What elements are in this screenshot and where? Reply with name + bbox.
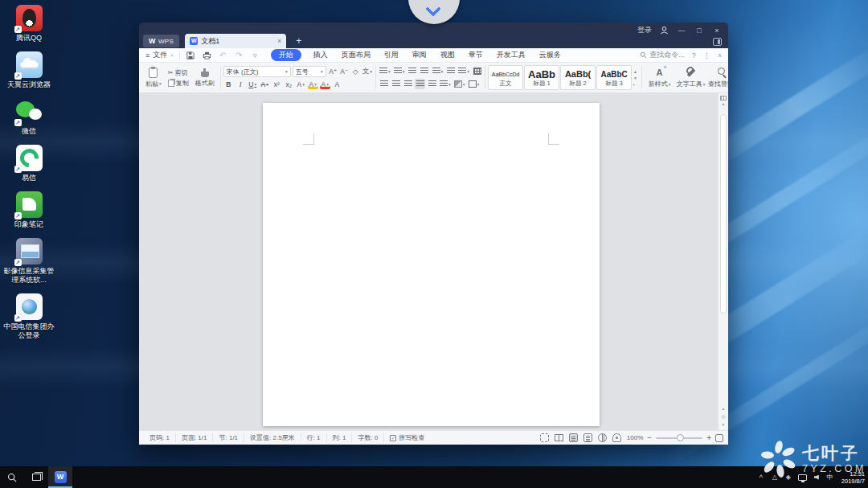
desktop-icon-tencent-qq[interactable]: ↗ 腾讯QQ <box>2 5 56 43</box>
zoom-slider-knob[interactable] <box>677 434 684 441</box>
find-command-box[interactable]: 查找命令... <box>640 50 685 60</box>
bold-button[interactable]: B <box>223 79 234 89</box>
font-family-select[interactable]: 宋体 (正文)▾ <box>223 66 291 77</box>
zoom-slider[interactable] <box>656 437 702 439</box>
desktop-icon-yixin[interactable]: ↗ 易信 <box>2 145 56 182</box>
ime-indicator[interactable]: 中 <box>826 473 834 482</box>
tray-triangle-icon[interactable]: △ <box>771 474 779 481</box>
borders-button[interactable]: ▾ <box>468 79 481 89</box>
show-hidden-icons-chevron[interactable]: ^ <box>757 474 765 482</box>
vertical-scrollbar[interactable]: ▲ ▲ ◎ ▼ <box>718 93 728 430</box>
quick-access-dropdown-icon[interactable]: ▽ <box>250 50 260 60</box>
save-button[interactable] <box>186 50 196 60</box>
insert-table-grid-button[interactable] <box>472 66 482 76</box>
wps-home-button[interactable]: W WPS <box>143 35 179 47</box>
scrollbar-thumb[interactable] <box>720 114 727 314</box>
collapse-ribbon-icon[interactable]: ∧ <box>718 52 722 59</box>
file-menu[interactable]: ≡ 文件 ˅ <box>145 50 174 60</box>
cut-button[interactable]: ✂ 剪切 <box>166 68 190 78</box>
align-left-button[interactable] <box>379 79 389 89</box>
clear-formatting-button[interactable]: ◇ <box>350 67 361 77</box>
decrease-font-size-button[interactable]: A⁻ <box>339 67 350 77</box>
document-page[interactable] <box>263 103 600 426</box>
zoom-level[interactable]: 100% <box>627 434 643 441</box>
text-effects-button[interactable]: A▾ <box>296 79 306 89</box>
task-pane-toggle-icon[interactable] <box>713 38 722 46</box>
italic-button[interactable]: I <box>235 79 246 89</box>
previous-page-icon[interactable]: ▲ <box>722 405 726 412</box>
highlight-color-button[interactable]: A▾ <box>308 79 318 89</box>
sort-button[interactable] <box>445 66 456 76</box>
desktop-icon-tianyi-cloud-browser[interactable]: ↗ 天翼云浏览器 <box>2 51 56 89</box>
select-browse-object-icon[interactable]: ◎ <box>721 413 725 420</box>
copy-button[interactable]: 复制 <box>166 78 190 88</box>
ribbon-tab[interactable]: 页面布局 <box>340 49 372 61</box>
task-view-button[interactable] <box>24 466 48 488</box>
more-menu-icon[interactable]: ⋮ <box>703 51 710 59</box>
new-style-button[interactable]: 新样式▾ <box>645 66 674 89</box>
ribbon-tab[interactable]: 引用 <box>383 49 400 61</box>
underline-button[interactable]: U▾ <box>248 79 258 89</box>
text-direction-button[interactable]: ▾ <box>432 66 444 76</box>
bullets-button[interactable]: ▾ <box>379 66 391 76</box>
format-painter-button[interactable]: 格式刷 <box>192 68 218 88</box>
show-formatting-marks-button[interactable]: ▾ <box>457 66 470 76</box>
strikethrough-button[interactable]: A▾ <box>260 79 270 89</box>
shading-button[interactable]: ▾ <box>453 79 466 89</box>
ribbon-tab[interactable]: 审阅 <box>411 49 428 61</box>
taskbar-clock[interactable]: 12:51 2019/8/7 <box>841 470 865 485</box>
network-icon[interactable] <box>798 474 807 481</box>
style-preset[interactable]: AaBbC 标题 3 <box>596 65 632 90</box>
style-preset[interactable]: AaBb 标题 1 <box>524 65 559 90</box>
zoom-out-button[interactable]: − <box>647 433 652 442</box>
desktop-icon-image-info-system[interactable]: ↗ 影像信息采集管理系统软... <box>2 238 56 285</box>
web-layout-view-icon[interactable] <box>598 433 607 442</box>
line-spacing-button[interactable]: ▾ <box>439 79 452 89</box>
gallery-more-icon[interactable]: ▪ <box>633 82 637 87</box>
desktop-icon-china-telecom-login[interactable]: ↗ 中国电信集团办公登录 <box>2 293 56 340</box>
two-page-view-icon[interactable] <box>555 433 563 442</box>
undo-button[interactable]: ↶ <box>218 50 228 60</box>
decrease-indent-button[interactable] <box>407 66 418 76</box>
align-right-button[interactable] <box>403 79 413 89</box>
justify-button[interactable] <box>415 79 425 89</box>
character-border-button[interactable]: A <box>332 79 342 89</box>
close-tab-icon[interactable]: × <box>277 37 281 45</box>
align-center-button[interactable] <box>391 79 401 89</box>
gallery-down-icon[interactable]: ▼ <box>633 76 637 80</box>
ribbon-tab[interactable]: 章节 <box>467 49 485 61</box>
zoom-in-button[interactable]: + <box>706 433 711 442</box>
print-button[interactable] <box>202 50 212 60</box>
spell-check-toggle[interactable]: ✓ 拼写检查 <box>384 433 430 442</box>
font-size-select[interactable]: 五号▾ <box>293 66 326 77</box>
distribute-button[interactable] <box>427 79 437 89</box>
font-color-button[interactable]: A▾ <box>320 79 330 89</box>
document-tab[interactable]: W 文档1 × <box>185 34 286 48</box>
text-tools-button[interactable]: 文字工具▾ <box>676 66 706 89</box>
gallery-up-icon[interactable]: ▲ <box>633 69 637 74</box>
scroll-up-icon[interactable]: ▲ <box>722 100 726 108</box>
paste-button[interactable]: 粘贴▾ <box>142 67 165 89</box>
taskbar-search-button[interactable] <box>0 466 24 488</box>
ribbon-tab[interactable]: 开始 <box>271 49 301 61</box>
new-tab-button[interactable]: + <box>296 36 301 46</box>
more-text-settings-button[interactable]: 文▾ <box>362 67 373 77</box>
subscript-button[interactable]: x₂ <box>284 79 294 89</box>
next-page-icon[interactable]: ▼ <box>722 421 726 429</box>
find-replace-button[interactable]: 查找替换▾ <box>707 66 728 89</box>
increase-font-size-button[interactable]: A⁺ <box>328 67 338 77</box>
outline-view-icon[interactable] <box>583 433 592 442</box>
eye-protection-mode-icon[interactable] <box>612 433 621 442</box>
fullscreen-view-icon[interactable] <box>540 433 549 442</box>
superscript-button[interactable]: x² <box>272 79 282 89</box>
ribbon-tab[interactable]: 插入 <box>312 49 330 61</box>
desktop-icon-evernote[interactable]: ↗ 印象笔记 <box>2 191 56 229</box>
page-view-icon[interactable] <box>569 433 578 442</box>
redo-button[interactable]: ↷ <box>234 50 244 60</box>
increase-indent-button[interactable] <box>420 66 430 76</box>
taskbar-wps-button[interactable]: W <box>48 466 72 488</box>
style-preset[interactable]: AaBb( 标题 2 <box>560 65 596 90</box>
desktop-icon-wechat[interactable]: ↗ 微信 <box>2 98 56 136</box>
ribbon-tab[interactable]: 开发工具 <box>495 49 527 61</box>
tray-diamond-icon[interactable]: ◈ <box>784 474 792 481</box>
